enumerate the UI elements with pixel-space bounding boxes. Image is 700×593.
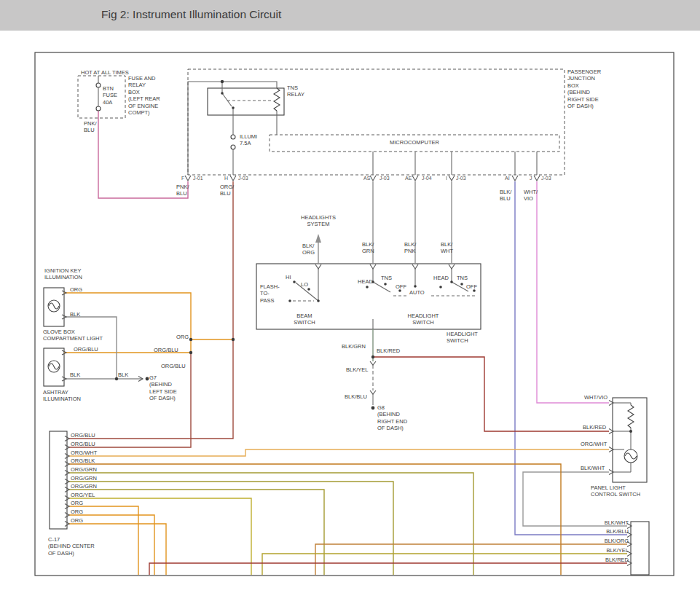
ignition-key-illumination-label: IGNITION KEY ILLUMINATION xyxy=(44,267,82,281)
c17-connector-box xyxy=(50,431,67,529)
headlights-system-arrow-icon xyxy=(315,234,321,243)
switch-pos-flash: FLASH- TO- PASS xyxy=(260,283,280,304)
wire-label-whtvio-panel: WHT/VIO xyxy=(584,394,607,401)
page: Fig 2: Instrument Illumination Circuit xyxy=(0,0,700,593)
wire-label-blkwht: BLK/ WHT xyxy=(441,241,453,255)
wire-label-blkpnk: BLK/ PNK xyxy=(404,241,416,255)
wire-label-blkred-panel: BLK/RED xyxy=(583,424,606,431)
c17-row-label: ORG xyxy=(71,508,83,515)
pin-h-conn: J-03 xyxy=(238,176,248,182)
switch-pos-tns-1: TNS xyxy=(381,275,392,281)
c17-row-label: ORG/YEL xyxy=(71,492,95,498)
btn-fuse-terminal-top xyxy=(96,83,101,87)
wire-label-orgblu-3: ORG/BLU xyxy=(161,363,186,369)
wire-label-blk-1: BLK xyxy=(70,311,80,318)
wire-label-org-2: ORG xyxy=(176,334,189,340)
wire-pnkblu-feed xyxy=(98,111,188,198)
pin-as: AS xyxy=(363,176,370,182)
c17-row-label: ORG/GRN xyxy=(71,475,97,482)
wire-label-blkorg: BLK/ ORG xyxy=(302,243,315,256)
ashtray-illumination-label: ASHTRAY ILLUMINATION xyxy=(43,389,81,403)
wire-label-blkgrn-g8: BLK/GRN xyxy=(342,343,366,350)
wire-blkred-rc xyxy=(149,563,627,575)
figure-title-bar: Fig 2: Instrument Illumination Circuit xyxy=(0,0,700,31)
wire-orgwht xyxy=(68,449,609,456)
microcomputer-label: MICROCOMPUTER xyxy=(270,139,559,146)
c17-row-label: ORG/GRN xyxy=(71,483,97,490)
c17-row-label: ORG/BLU xyxy=(71,432,95,439)
rc-row-label: BLK/BLU xyxy=(597,528,629,535)
wire-blkyel-rc xyxy=(262,554,627,575)
wire-blkblu-ai xyxy=(515,181,627,535)
btn-fuse-terminal-bottom xyxy=(96,106,101,111)
wire-label-blkblu: BLK/ BLU xyxy=(500,189,511,203)
wire-label-whtvio: WHT/ VIO xyxy=(524,189,538,203)
switch-pos-auto: AUTO xyxy=(409,289,425,296)
g8-ground-dot xyxy=(371,407,375,410)
rc-row-label: BLK/WHT xyxy=(597,519,629,526)
panel-light-control-switch-label: PANEL LIGHT CONTROL SWITCH xyxy=(591,484,640,498)
pin-j-conn: J-03 xyxy=(541,176,551,182)
wire-whtvio xyxy=(537,181,609,403)
wire-label-pnkblu: PNK/ BLU xyxy=(176,184,189,197)
wire-label-orgwht-panel: ORG/WHT xyxy=(581,441,607,447)
switch-pos-lo: LO xyxy=(301,281,308,288)
panel-light-switch-box xyxy=(613,398,647,482)
g7-ground-dot xyxy=(146,377,149,381)
switch-pos-head-1: HEAD xyxy=(358,278,373,285)
c17-connector-label: C-17 (BEHIND CENTER OF DASH) xyxy=(48,536,95,557)
pin-i-conn: J-03 xyxy=(456,176,466,182)
tns-relay-label: TNS RELAY xyxy=(287,85,304,98)
illumi-fuse-label: ILLUMI 7.5A xyxy=(240,133,257,147)
pin-as-conn: J-03 xyxy=(380,176,390,182)
fuse-relay-box-label: FUSE AND RELAY BOX (LEFT REAR OF ENGINE … xyxy=(128,75,168,116)
illumi-fuse-terminal-bottom xyxy=(231,145,235,149)
wire-label-blk-2: BLK xyxy=(70,372,80,378)
wire-blkwht-panel xyxy=(523,472,627,526)
tns-relay-box xyxy=(208,88,284,115)
switch-pos-off-1: OFF xyxy=(396,283,406,290)
wire-label-blkgrn: BLK/ GRN xyxy=(362,241,374,255)
pin-ae-conn: J-04 xyxy=(422,176,432,182)
figure-title: Fig 2: Instrument Illumination Circuit xyxy=(101,8,281,21)
pin-i: I xyxy=(446,176,447,182)
right-connector-box xyxy=(631,522,649,575)
beam-switch-label: BEAM SWITCH xyxy=(288,313,320,326)
switch-pos-off-2: OFF xyxy=(466,283,477,290)
wire-orggrn-c17-2 xyxy=(68,482,393,575)
wire-label-pnkblu-feed: PNK/ BLU xyxy=(84,120,97,134)
wire-blkred xyxy=(373,357,609,431)
illumi-fuse-terminal-top xyxy=(231,135,235,139)
fuse-relay-box xyxy=(78,76,125,118)
wire-label-blk-3: BLK xyxy=(118,372,128,378)
c17-row-label: ORG xyxy=(71,517,83,524)
wire-label-org-1: ORG xyxy=(70,286,82,293)
switch-pos-hi: HI xyxy=(286,274,291,280)
wire-label-blkyel-g8: BLK/YEL xyxy=(346,366,368,373)
rc-row-label: BLK/YEL xyxy=(597,547,629,554)
symbols xyxy=(48,76,637,566)
pin-h: H xyxy=(224,176,228,182)
headlight-switch-outer-label: HEADLIGHT SWITCH xyxy=(447,331,478,345)
pin-ai: AI xyxy=(505,176,510,182)
glove-box-label: GLOVE BOX COMPARTMENT LIGHT xyxy=(43,329,103,342)
wire-label-blkwht-panel: BLK/WHT xyxy=(581,465,605,471)
passenger-junction-box-label: PASSENGER JUNCTION BOX (BEHIND RIGHT SID… xyxy=(567,68,601,109)
pin-f: F xyxy=(181,176,184,182)
rc-row-label: BLK/ORG xyxy=(597,538,629,544)
switch-pos-head-2: HEAD xyxy=(433,275,449,281)
wire-blkorg-rc xyxy=(315,544,627,575)
c17-row-label: ORG/WHT xyxy=(71,449,97,456)
wire-label-orgblu-1: ORG/BLU xyxy=(74,346,98,353)
hot-at-all-times-label: HOT AT ALL TIMES xyxy=(81,69,129,76)
rc-row-label: BLK/RED xyxy=(597,557,629,563)
wire-orggrn-c17-3 xyxy=(68,490,324,575)
btn-fuse-label: BTN FUSE 40A xyxy=(103,85,117,106)
headlights-system-label: HEADLIGHTS SYSTEM xyxy=(293,214,344,228)
c17-row-label: ORG/BLK xyxy=(71,457,95,464)
pin-j: J xyxy=(530,176,532,182)
wire-label-orgblu-2: ORG/BLU xyxy=(154,347,178,353)
switch-pos-tns-2: TNS xyxy=(457,275,468,281)
c17-row-label: ORG/BLU xyxy=(71,441,95,447)
wire-orgblk-c17 xyxy=(68,464,561,575)
